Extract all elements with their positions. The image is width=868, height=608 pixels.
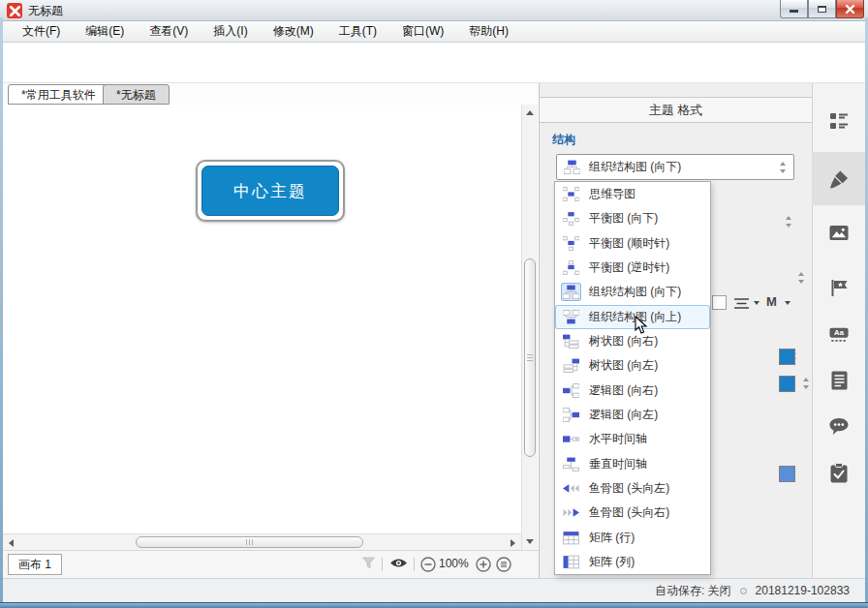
close-icon xyxy=(845,4,855,15)
tab-common-tools[interactable]: *常用工具软件 xyxy=(8,84,109,105)
option-tree-left[interactable]: 树状图 (向左) xyxy=(555,353,710,378)
option-timeline-vertical[interactable]: 垂直时间轴 xyxy=(555,451,710,475)
horizontal-scrollbar[interactable] xyxy=(3,533,521,550)
scroll-left-button[interactable] xyxy=(4,535,18,550)
image-panel-button[interactable] xyxy=(829,223,849,242)
panel-spinner[interactable] xyxy=(797,271,806,285)
option-tree-right[interactable]: 树状图 (向右) xyxy=(555,329,710,353)
org-chart-down-icon xyxy=(563,159,581,175)
window-border xyxy=(0,602,868,608)
option-fishbone-left[interactable]: 鱼骨图 (头向左) xyxy=(555,476,710,501)
menu-insert[interactable]: 插入(I) xyxy=(201,21,260,42)
structure-section-label: 结构 xyxy=(552,132,575,148)
branch-color-swatch[interactable] xyxy=(779,466,795,482)
menu-view[interactable]: 查看(V) xyxy=(137,21,201,42)
menu-bar: 文件(F) 编辑(E) 查看(V) 插入(I) 修改(M) 工具(T) 窗口(W… xyxy=(0,21,868,43)
zoom-out-icon xyxy=(420,557,436,572)
fit-view-icon xyxy=(496,557,512,572)
canvas-page-tab[interactable]: 画布 1 xyxy=(8,554,62,575)
text-style-panel-button[interactable]: Aa xyxy=(829,324,849,344)
option-timeline-horizontal[interactable]: 水平时间轴 xyxy=(555,427,710,451)
tree-right-icon xyxy=(562,333,580,350)
mindmap-icon xyxy=(562,186,580,202)
maximize-button[interactable] xyxy=(808,0,836,18)
status-bar: 自动保存: 关闭 20181219-102833 xyxy=(3,578,865,602)
align-dropdown-icon[interactable] xyxy=(754,301,760,305)
font-size-button[interactable]: M xyxy=(766,294,777,309)
option-org-chart-down[interactable]: 组织结构图 (向下) xyxy=(555,280,710,304)
flag-panel-button[interactable] xyxy=(829,278,849,297)
vertical-scroll-thumb[interactable] xyxy=(524,258,536,457)
arrow-up-icon xyxy=(526,110,534,115)
font-size-dropdown-icon[interactable] xyxy=(785,301,790,305)
separator xyxy=(382,558,383,571)
central-topic[interactable]: 中心主题 xyxy=(202,166,339,216)
filter-button[interactable] xyxy=(362,557,375,569)
menu-tools[interactable]: 工具(T) xyxy=(326,21,389,42)
maximize-icon xyxy=(818,6,826,13)
option-fishbone-right[interactable]: 鱼骨图 (头向右) xyxy=(555,501,710,525)
tab-untitled[interactable]: *无标题 xyxy=(103,84,170,105)
panel-spinner[interactable] xyxy=(785,215,793,228)
vertical-scrollbar[interactable] xyxy=(521,105,538,550)
note-panel-button[interactable] xyxy=(829,371,849,390)
flag-icon xyxy=(830,279,849,297)
scroll-grip xyxy=(246,539,254,545)
scroll-right-button[interactable] xyxy=(506,535,520,550)
horizontal-scroll-thumb[interactable] xyxy=(136,536,363,548)
structure-select[interactable]: 组织结构图 (向下) xyxy=(556,154,794,180)
tree-left-icon xyxy=(562,357,580,374)
note-icon xyxy=(831,371,848,390)
logic-right-icon xyxy=(562,382,580,399)
option-balance-clockwise[interactable]: 平衡图 (顺时针) xyxy=(555,231,710,256)
image-icon xyxy=(829,225,849,241)
fishbone-right-icon xyxy=(562,504,580,521)
spinner-icon[interactable] xyxy=(779,161,788,174)
line-color-swatch[interactable] xyxy=(779,376,795,392)
structure-select-value: 组织结构图 (向下) xyxy=(589,159,779,175)
option-matrix-column[interactable]: 矩阵 (列) xyxy=(555,550,710,574)
title-bar: 无标题 xyxy=(0,0,868,21)
align-button[interactable] xyxy=(733,296,750,314)
menu-modify[interactable]: 修改(M) xyxy=(261,21,326,42)
scroll-down-button[interactable] xyxy=(522,534,537,549)
zoom-in-button[interactable] xyxy=(476,557,491,572)
view-mode-button[interactable] xyxy=(389,557,408,569)
panel-spinner[interactable] xyxy=(802,377,811,390)
outline-panel-button[interactable] xyxy=(829,111,849,131)
option-logic-right[interactable]: 逻辑图 (向右) xyxy=(555,379,710,403)
zoom-out-button[interactable] xyxy=(420,557,436,572)
matrix-row-icon xyxy=(562,530,580,546)
option-balance-counterclockwise[interactable]: 平衡图 (逆时针) xyxy=(555,256,710,280)
fit-view-button[interactable] xyxy=(496,557,512,572)
option-mind-map[interactable]: 思维导图 xyxy=(555,182,710,206)
menu-file[interactable]: 文件(F) xyxy=(10,21,73,42)
funnel-icon xyxy=(362,557,375,569)
menu-edit[interactable]: 编辑(E) xyxy=(73,21,137,42)
window-border xyxy=(0,17,3,604)
panel-checkbox[interactable] xyxy=(712,295,727,310)
minimize-icon xyxy=(790,10,798,13)
timeline-horizontal-icon xyxy=(562,431,580,447)
separator xyxy=(414,558,415,571)
option-org-chart-up[interactable]: 组织结构图 (向上) xyxy=(555,305,710,329)
mouse-cursor xyxy=(635,316,648,339)
fill-color-swatch[interactable] xyxy=(779,349,795,365)
task-panel-button[interactable] xyxy=(829,463,849,482)
menu-window[interactable]: 窗口(W) xyxy=(389,21,456,42)
arrow-left-icon xyxy=(9,539,14,547)
close-button[interactable] xyxy=(836,0,864,18)
text-box-icon: Aa xyxy=(829,325,849,344)
option-logic-left[interactable]: 逻辑图 (向左) xyxy=(555,403,710,427)
scroll-up-button[interactable] xyxy=(522,106,537,120)
app-window: 无标题 文件(F) 编辑(E) 查看(V) 插入(I) 修改(M) 工具(T) … xyxy=(0,0,868,608)
format-panel-button[interactable] xyxy=(829,169,849,189)
canvas-bottom-bar: 画布 1 100% xyxy=(3,550,539,578)
org-down-icon xyxy=(562,284,580,300)
option-matrix-row[interactable]: 矩阵 (行) xyxy=(555,525,710,549)
minimize-button[interactable] xyxy=(780,0,808,18)
option-balance-down[interactable]: 平衡图 (向下) xyxy=(555,206,710,230)
fishbone-left-icon xyxy=(562,480,580,497)
menu-help[interactable]: 帮助(H) xyxy=(456,21,521,42)
comment-panel-button[interactable] xyxy=(829,416,849,436)
